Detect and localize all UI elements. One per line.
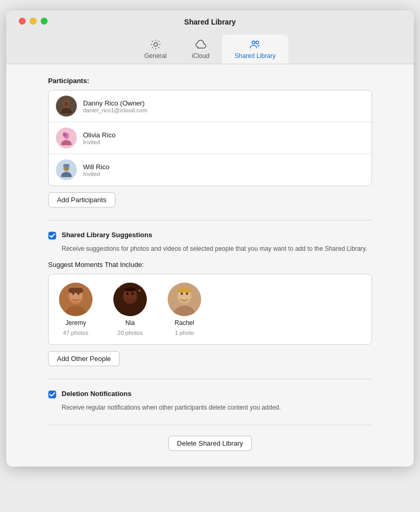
section-divider-3 [48, 425, 372, 425]
participant-info: Will Rico Invited [83, 163, 110, 177]
svg-point-13 [61, 172, 72, 177]
deletion-notifications-desc: Receive regular notifications when other… [62, 403, 372, 412]
window-controls [19, 18, 48, 25]
add-participants-button[interactable]: Add Participants [48, 192, 115, 207]
table-row: Will Rico Invited [49, 154, 371, 185]
gear-icon [150, 39, 161, 50]
svg-point-26 [126, 293, 129, 295]
deletion-notifications-checkbox-row: Deletion Notifications [48, 390, 372, 399]
person-count: 20 photos [118, 330, 143, 336]
participant-status: Invited [83, 171, 110, 177]
deletion-notifications-label: Deletion Notifications [62, 390, 132, 398]
titlebar: Shared Library General iCloud [6, 10, 414, 64]
tab-icloud-label: iCloud [192, 52, 209, 60]
deletion-notifications-section: Deletion Notifications Receive regular n… [48, 390, 372, 412]
tab-icloud[interactable]: iCloud [179, 34, 222, 64]
person-count: 1 photo [175, 330, 194, 336]
delete-shared-library-button[interactable]: Delete Shared Library [168, 436, 252, 451]
person-name: Jeremy [65, 319, 86, 327]
shared-suggestions-label: Shared Library Suggestions [62, 231, 152, 239]
participants-label: Participants: [48, 77, 372, 85]
svg-point-27 [132, 293, 134, 295]
svg-point-30 [141, 284, 143, 286]
avatar [56, 159, 77, 180]
window-title: Shared Library [184, 18, 236, 26]
main-window: Shared Library General iCloud [6, 10, 414, 467]
participant-info: Olivia Rico Invited [83, 131, 115, 145]
cloud-icon [195, 39, 206, 50]
section-divider [48, 220, 372, 220]
shared-library-icon [249, 39, 261, 50]
suggest-moments-label: Suggest Moments That Include: [48, 261, 372, 269]
delete-section: Delete Shared Library [48, 436, 372, 451]
participant-info: Danny Rico (Owner) daniel_rico1@icloud.c… [83, 99, 147, 113]
participant-email: daniel_rico1@icloud.com [83, 107, 147, 113]
add-other-people-button[interactable]: Add Other People [48, 351, 120, 366]
person-name: Rachel [174, 319, 194, 327]
participant-name: Olivia Rico [83, 131, 115, 139]
svg-point-5 [61, 108, 72, 113]
shared-suggestions-section: Shared Library Suggestions Receive sugge… [48, 231, 372, 366]
svg-point-9 [61, 140, 72, 145]
suggest-moments-box: Jeremy 47 photos [48, 274, 372, 345]
list-item[interactable]: Nia 20 photos [113, 283, 147, 336]
tab-shared-library-label: Shared Library [235, 52, 276, 60]
tab-bar: General iCloud Shared Library [132, 34, 288, 64]
person-count: 47 photos [63, 330, 88, 336]
shared-suggestions-desc: Receive suggestions for photos and video… [62, 244, 372, 253]
participant-name: Danny Rico (Owner) [83, 99, 147, 107]
participant-name: Will Rico [83, 163, 110, 171]
tab-general-label: General [144, 52, 167, 60]
table-row: Danny Rico (Owner) daniel_rico1@icloud.c… [49, 90, 371, 122]
deletion-notifications-checkbox[interactable] [48, 390, 56, 399]
svg-point-4 [64, 101, 69, 107]
shared-suggestions-checkbox[interactable] [48, 231, 56, 240]
avatar [168, 283, 201, 316]
maximize-button[interactable] [41, 18, 48, 25]
close-button[interactable] [19, 18, 26, 25]
avatar [56, 96, 77, 117]
svg-point-8 [63, 132, 66, 136]
section-divider-2 [48, 379, 372, 379]
table-row: Olivia Rico Invited [49, 122, 371, 154]
svg-point-1 [252, 41, 255, 44]
svg-rect-12 [63, 164, 69, 167]
avatar [113, 283, 147, 316]
svg-point-0 [154, 43, 157, 46]
shared-suggestions-checkbox-row: Shared Library Suggestions [48, 231, 372, 240]
participants-section: Participants: Danny Rico (Owner) daniel_… [48, 77, 372, 207]
svg-point-29 [138, 289, 141, 292]
list-item[interactable]: Jeremy 47 photos [59, 283, 92, 336]
person-name: Nia [125, 319, 135, 327]
tab-general[interactable]: General [132, 34, 179, 64]
list-item[interactable]: Rachel 1 photo [168, 283, 201, 336]
tab-shared-library[interactable]: Shared Library [222, 34, 288, 64]
svg-rect-21 [68, 288, 83, 293]
minimize-button[interactable] [30, 18, 37, 25]
content-area: Participants: Danny Rico (Owner) daniel_… [6, 64, 414, 467]
svg-point-2 [256, 41, 259, 44]
avatar [59, 283, 92, 316]
avatar [56, 127, 77, 148]
participants-list: Danny Rico (Owner) daniel_rico1@icloud.c… [48, 90, 372, 186]
participant-status: Invited [83, 139, 115, 145]
svg-point-28 [117, 285, 120, 288]
